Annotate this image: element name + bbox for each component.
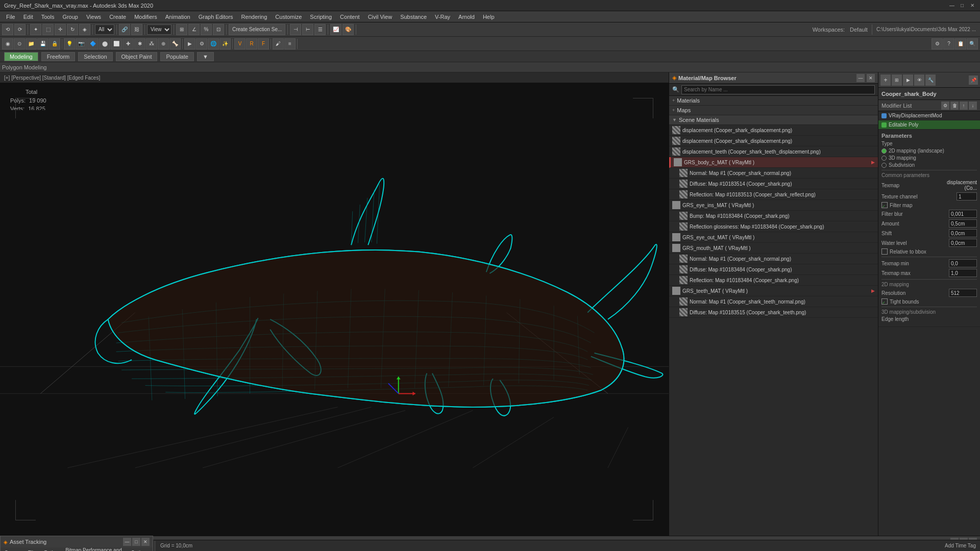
mat-item-diffuse3[interactable]: Diffuse: Map #10183515 (Cooper_shark_tee…: [669, 307, 878, 318]
at-menu-paths[interactable]: Paths: [42, 549, 60, 551]
param-tightbounds-checkbox[interactable]: [881, 298, 888, 305]
scale-btn[interactable]: ◈: [79, 24, 90, 35]
tab-freeform[interactable]: Freeform: [41, 52, 76, 61]
mat-item-diffuse1[interactable]: Diffuse: Map #10183514 (Cooper_shark.png…: [669, 179, 878, 189]
param-filterblur-input[interactable]: [949, 210, 977, 218]
mat-item-mouth[interactable]: GRS_mouth_MAT ( VRayMtl ): [669, 243, 878, 254]
tb2-btn5[interactable]: 🔒: [49, 38, 60, 49]
menu-graph-editors[interactable]: Graph Editors: [194, 13, 237, 21]
mod-pin-btn[interactable]: 📌: [969, 76, 978, 85]
maps-section[interactable]: + Maps: [669, 106, 878, 115]
menu-modifiers[interactable]: Modifiers: [130, 13, 161, 21]
mat-item-eye-ins[interactable]: GRS_eye_ins_MAT ( VRayMtl ): [669, 200, 878, 211]
param-amount-input[interactable]: [949, 219, 977, 228]
mod-configure-btn[interactable]: ⚙: [941, 102, 949, 110]
param-shift-input[interactable]: [949, 229, 977, 237]
tb2-btn2[interactable]: ⊙: [14, 38, 25, 49]
menu-arnold[interactable]: Arnold: [454, 13, 479, 21]
tb2-btn1[interactable]: ◉: [2, 38, 13, 49]
mat-item-normal2[interactable]: Normal: Map #1 (Cooper_shark_normal.png): [669, 254, 878, 264]
at-menu-server[interactable]: Server: [3, 549, 21, 551]
menu-create[interactable]: Create: [105, 13, 130, 21]
spinner-snap-btn[interactable]: ⊡: [213, 24, 224, 35]
mat-item-0[interactable]: displacement (Cooper_shark_displacement.…: [669, 125, 878, 136]
tb2-extra4[interactable]: 🔍: [967, 38, 978, 49]
pct-snap-btn[interactable]: %: [201, 24, 212, 35]
param-texchan-input[interactable]: [957, 192, 977, 201]
tb2-extra2[interactable]: ?: [943, 38, 954, 49]
material-search-bar[interactable]: 🔍: [669, 84, 878, 96]
move-btn[interactable]: ✛: [55, 24, 66, 35]
menu-civil-view[interactable]: Civil View: [364, 13, 396, 21]
menu-file[interactable]: File: [2, 13, 19, 21]
tb2-geom[interactable]: 🔷: [87, 38, 99, 49]
tb2-paint[interactable]: 🖌: [273, 38, 284, 49]
at-menu-options[interactable]: Options: [129, 549, 151, 551]
param-filtermap-row[interactable]: Filter map: [881, 202, 977, 208]
param-radio-2d[interactable]: [881, 148, 887, 154]
tb2-vray2[interactable]: R: [246, 38, 257, 49]
param-texmapmin-input[interactable]: [949, 259, 977, 267]
redo-btn[interactable]: ⟳: [14, 24, 26, 35]
view-select[interactable]: View: [147, 24, 172, 35]
mod-delete-btn[interactable]: 🗑: [950, 102, 959, 110]
mat-item-eye-out[interactable]: GRS_eye_out_MAT ( VRayMtl ): [669, 232, 878, 243]
filter-select[interactable]: All: [95, 24, 114, 35]
materials-section[interactable]: + Materials: [669, 96, 878, 106]
unlink-btn[interactable]: ⛓: [131, 24, 142, 35]
select-btn[interactable]: ✦: [30, 24, 41, 35]
mod-icon-hierarchy[interactable]: ⊞: [892, 74, 902, 86]
param-tightbounds-row[interactable]: Tight bounds: [881, 298, 977, 305]
mat-item-diffuse2[interactable]: Diffuse: Map #10183484 (Cooper_shark.png…: [669, 264, 878, 275]
tb2-extra3[interactable]: 📋: [955, 38, 966, 49]
material-search-input[interactable]: [681, 85, 875, 94]
mat-item-normal1[interactable]: Normal: Map #1 (Cooper_shark_normal.png): [669, 168, 878, 179]
tab-populate[interactable]: Populate: [160, 52, 193, 61]
tab-modeling[interactable]: Modeling: [4, 52, 38, 61]
mod-icon-motion[interactable]: ▶: [903, 74, 913, 86]
create-selection-btn[interactable]: Create Selection Se...: [229, 24, 285, 35]
tb2-sphere[interactable]: ⬤: [99, 38, 110, 49]
mat-item-grs-body[interactable]: GRS_body_c_MAT ( VRayMtl ) ▶: [669, 157, 878, 168]
menu-rendering[interactable]: Rendering: [237, 13, 272, 21]
material-editor-btn[interactable]: 🎨: [342, 24, 354, 35]
param-waterlevel-input[interactable]: [949, 239, 977, 247]
graph-editors-btn[interactable]: 📈: [330, 24, 341, 35]
tb2-modifier[interactable]: ⊕: [158, 38, 169, 49]
undo-btn[interactable]: ⟲: [2, 24, 13, 35]
tb2-env[interactable]: 🌐: [208, 38, 219, 49]
menu-help[interactable]: Help: [479, 13, 499, 21]
mirror-btn[interactable]: ⊣: [290, 24, 301, 35]
param-relbbox-row[interactable]: Relative to bbox: [881, 248, 977, 255]
param-radio-subdiv[interactable]: [881, 163, 887, 168]
tb2-shapes[interactable]: ✱: [134, 38, 145, 49]
tb2-camera[interactable]: 📷: [76, 38, 87, 49]
menu-tools[interactable]: Tools: [37, 13, 59, 21]
tb2-btn3[interactable]: 📁: [26, 38, 37, 49]
menu-group[interactable]: Group: [58, 13, 82, 21]
mat-item-1[interactable]: displacement (Cooper_shark_displacement.…: [669, 136, 878, 146]
layer-manager-btn[interactable]: ☰: [314, 24, 326, 35]
mat-item-bump1[interactable]: Bump: Map #10183484 (Cooper_shark.png): [669, 211, 878, 221]
menu-vray[interactable]: V-Ray: [431, 13, 454, 21]
param-3d-mapping-row[interactable]: 3D mapping: [881, 155, 977, 161]
tb2-particle[interactable]: ⁂: [146, 38, 157, 49]
minimize-btn[interactable]: —: [948, 2, 955, 9]
menu-customize[interactable]: Customize: [271, 13, 306, 21]
menu-content[interactable]: Content: [336, 13, 364, 21]
tab-more[interactable]: ▼: [197, 52, 214, 61]
viewport[interactable]: [+] [Perspective] [Standard] [Edged Face…: [0, 72, 669, 536]
mat-item-reflect2[interactable]: Reflection: Map #10183484 (Cooper_shark.…: [669, 275, 878, 286]
tb2-ribbon[interactable]: ≡: [284, 38, 296, 49]
at-menu-file[interactable]: File: [26, 549, 38, 551]
param-relbbox-checkbox[interactable]: [881, 248, 888, 255]
tab-selection[interactable]: Selection: [78, 52, 112, 61]
align-btn[interactable]: ⊢: [302, 24, 313, 35]
mat-item-reflect1[interactable]: Reflection: Map #10183513 (Cooper_shark_…: [669, 189, 878, 200]
tb2-bone[interactable]: 🦴: [169, 38, 181, 49]
mod-icon-create[interactable]: +: [880, 74, 891, 86]
menu-scripting[interactable]: Scripting: [306, 13, 336, 21]
at-maximize-btn[interactable]: □: [132, 538, 140, 546]
mat-item-normal3[interactable]: Normal: Map #1 (Cooper_shark_teeth_norma…: [669, 296, 878, 307]
viewport-header[interactable]: [+] [Perspective] [Standard] [Edged Face…: [0, 72, 669, 83]
